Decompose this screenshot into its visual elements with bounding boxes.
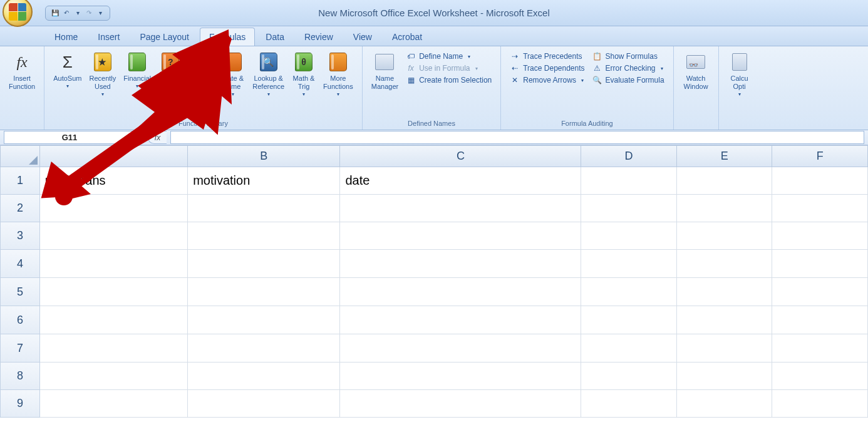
cell-B4[interactable] <box>188 250 340 278</box>
cell-A5[interactable] <box>40 278 188 306</box>
row-header-8[interactable]: 8 <box>0 362 40 390</box>
column-header-B[interactable]: B <box>188 145 340 167</box>
cell-B2[interactable] <box>188 195 340 222</box>
cell-C7[interactable] <box>340 334 581 362</box>
cell-B1[interactable]: motivation <box>188 167 340 195</box>
cell-C1[interactable]: date <box>340 167 581 195</box>
cell-E7[interactable] <box>677 334 773 362</box>
cell-C8[interactable] <box>340 362 581 390</box>
cell-A7[interactable] <box>40 334 188 362</box>
cell-B5[interactable] <box>188 278 340 306</box>
column-header-E[interactable]: E <box>677 145 773 167</box>
cell-B3[interactable] <box>188 222 340 250</box>
cell-D1[interactable] <box>581 167 677 195</box>
qat-dropdown-icon[interactable]: ▾ <box>96 9 105 18</box>
redo-icon[interactable]: ↷ <box>85 9 93 18</box>
column-header-D[interactable]: D <box>581 145 677 167</box>
row-header-1[interactable]: 1 <box>0 167 40 195</box>
formula-bar[interactable] <box>170 131 864 144</box>
cell-C2[interactable] <box>340 195 581 222</box>
autosum-button[interactable]: Σ AutoSum <box>49 49 85 91</box>
text-button[interactable]: A Text <box>186 49 217 91</box>
save-icon[interactable]: 💾 <box>51 9 59 18</box>
cell-A2[interactable] <box>40 195 188 222</box>
cell-C4[interactable] <box>340 250 581 278</box>
show-formulas-button[interactable]: 📋Show Formulas <box>592 51 664 61</box>
row-header-7[interactable]: 7 <box>0 334 40 362</box>
cell-E4[interactable] <box>677 250 773 278</box>
tab-formulas[interactable]: Formulas <box>200 28 255 46</box>
cell-A3[interactable] <box>40 222 188 250</box>
cell-D3[interactable] <box>581 222 677 250</box>
column-header-C[interactable]: C <box>340 145 581 167</box>
cell-C6[interactable] <box>340 306 581 334</box>
cell-C5[interactable] <box>340 278 581 306</box>
column-header-A[interactable]: A <box>40 145 188 167</box>
cell-E9[interactable] <box>677 390 773 418</box>
cell-A1[interactable]: participans <box>40 167 188 195</box>
cell-F8[interactable] <box>772 362 868 390</box>
tab-insert[interactable]: Insert <box>88 28 129 46</box>
math-trig-button[interactable]: θ Math & Trig <box>288 49 319 100</box>
cell-D7[interactable] <box>581 334 677 362</box>
row-header-3[interactable]: 3 <box>0 222 40 250</box>
cell-B8[interactable] <box>188 362 340 390</box>
cell-B9[interactable] <box>188 390 340 418</box>
cell-E8[interactable] <box>677 362 773 390</box>
cell-D2[interactable] <box>581 195 677 222</box>
fx-label-icon[interactable]: fx <box>148 131 167 144</box>
cell-F9[interactable] <box>772 390 868 418</box>
name-box-dropdown-icon[interactable]: ▼ <box>127 135 132 140</box>
trace-precedents-button[interactable]: ⇢Trace Precedents <box>510 51 584 61</box>
insert-function-button[interactable]: fx Insert Function <box>5 49 39 93</box>
cell-F5[interactable] <box>772 278 868 306</box>
watch-window-button[interactable]: 👓 Watch Window <box>680 49 712 93</box>
row-header-4[interactable]: 4 <box>0 250 40 278</box>
cell-E2[interactable] <box>677 195 773 222</box>
lookup-reference-button[interactable]: 🔍 Lookup & Reference <box>249 49 288 100</box>
tab-data[interactable]: Data <box>256 28 294 46</box>
select-all-corner[interactable] <box>0 145 40 167</box>
create-from-selection-button[interactable]: ▦Create from Selection <box>406 75 492 85</box>
column-header-F[interactable]: F <box>772 145 868 167</box>
cell-F2[interactable] <box>772 195 868 222</box>
row-header-2[interactable]: 2 <box>0 195 40 222</box>
calculation-options-button[interactable]: CalcuOpti <box>724 49 755 100</box>
cell-B6[interactable] <box>188 306 340 334</box>
cell-D5[interactable] <box>581 278 677 306</box>
tab-home[interactable]: Home <box>45 28 87 46</box>
cell-A8[interactable] <box>40 362 188 390</box>
cell-E5[interactable] <box>677 278 773 306</box>
cell-E6[interactable] <box>677 306 773 334</box>
row-header-9[interactable]: 9 <box>0 390 40 418</box>
tab-view[interactable]: View <box>344 28 381 46</box>
office-button[interactable] <box>3 0 33 27</box>
cell-B7[interactable] <box>188 334 340 362</box>
cell-D6[interactable] <box>581 306 677 334</box>
evaluate-formula-button[interactable]: 🔍Evaluate Formula <box>592 75 664 85</box>
cell-F6[interactable] <box>772 306 868 334</box>
cell-E3[interactable] <box>677 222 773 250</box>
date-time-button[interactable]: Date & Time <box>217 49 249 100</box>
logical-button[interactable]: ? Logical <box>155 49 186 91</box>
error-checking-button[interactable]: ⚠Error Checking▾ <box>592 63 664 73</box>
cell-F7[interactable] <box>772 334 868 362</box>
tab-acrobat[interactable]: Acrobat <box>383 28 431 46</box>
cell-D9[interactable] <box>581 390 677 418</box>
name-manager-button[interactable]: Name Manager <box>368 49 402 93</box>
undo-dropdown-icon[interactable]: ▾ <box>73 9 82 18</box>
define-name-button[interactable]: 🏷Define Name▾ <box>406 51 492 61</box>
cell-F3[interactable] <box>772 222 868 250</box>
cell-C9[interactable] <box>340 390 581 418</box>
recently-used-button[interactable]: ★ Recently Used <box>85 49 120 100</box>
cell-A9[interactable] <box>40 390 188 418</box>
name-box[interactable]: G11 ▼ <box>4 131 135 144</box>
row-header-5[interactable]: 5 <box>0 278 40 306</box>
cell-A6[interactable] <box>40 306 188 334</box>
row-header-6[interactable]: 6 <box>0 306 40 334</box>
cell-A4[interactable] <box>40 250 188 278</box>
financial-button[interactable]: Financial <box>120 49 155 91</box>
cell-D4[interactable] <box>581 250 677 278</box>
tab-review[interactable]: Review <box>295 28 343 46</box>
cell-F1[interactable] <box>772 167 868 195</box>
